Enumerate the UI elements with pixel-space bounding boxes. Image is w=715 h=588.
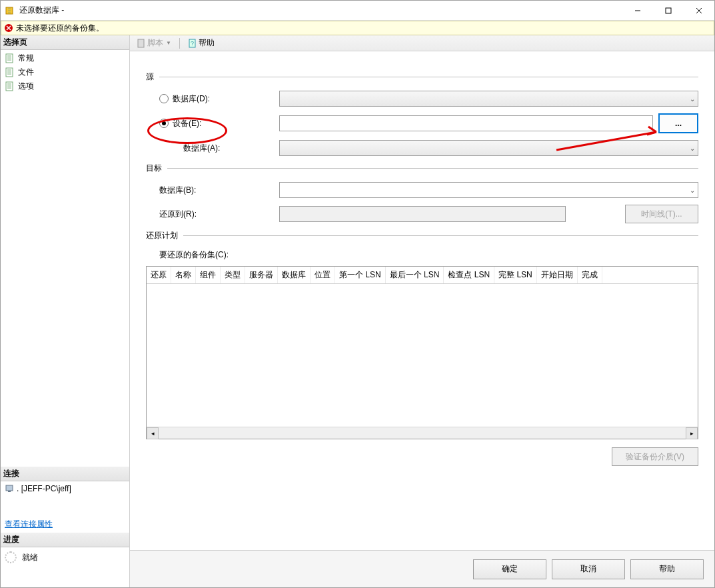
- timeline-button[interactable]: 时间线(T)...: [625, 205, 698, 223]
- help-icon: ?: [188, 39, 197, 48]
- table-column-header[interactable]: 名称: [171, 267, 196, 283]
- nav-label: 选项: [18, 81, 34, 92]
- help-button-footer[interactable]: 帮助: [630, 559, 704, 579]
- app-icon: [5, 5, 15, 16]
- table-column-header[interactable]: 第一个 LSN: [335, 267, 386, 283]
- device-database-label: 数据库(A):: [183, 143, 220, 154]
- view-connection-properties-link[interactable]: 查看连接属性: [1, 516, 129, 533]
- svg-rect-8: [138, 39, 144, 47]
- device-path-input[interactable]: [279, 115, 653, 131]
- script-button[interactable]: 脚本 ▼: [134, 36, 174, 50]
- chevron-down-icon: ⌄: [690, 95, 695, 103]
- chevron-down-icon: ⌄: [690, 145, 695, 152]
- help-button[interactable]: ? 帮助: [185, 36, 217, 50]
- page-icon: [5, 81, 15, 92]
- select-page-header: 选择页: [1, 35, 129, 50]
- window-title: 还原数据库 -: [19, 5, 622, 16]
- dialog-footer: 确定 取消 帮助: [130, 550, 714, 587]
- horizontal-scrollbar[interactable]: ◂ ▸: [147, 427, 698, 439]
- progress-status: 就绪: [1, 547, 129, 567]
- verify-media-button[interactable]: 验证备份介质(V): [612, 447, 698, 466]
- maximize-button[interactable]: [653, 1, 684, 21]
- target-database-label: 数据库(B):: [159, 185, 196, 196]
- error-icon: [4, 23, 13, 33]
- nav-label: 常规: [18, 53, 34, 64]
- table-column-header[interactable]: 完成: [578, 267, 602, 283]
- toolbar: 脚本 ▼ ? 帮助: [130, 35, 714, 51]
- table-column-header[interactable]: 位置: [311, 267, 335, 283]
- source-database-combo[interactable]: ⌄: [279, 91, 698, 107]
- backup-sets-label: 要还原的备份集(C):: [159, 250, 229, 259]
- svg-rect-7: [8, 491, 11, 492]
- source-database-radio[interactable]: [159, 94, 169, 103]
- table-column-header[interactable]: 最后一个 LSN: [386, 267, 444, 283]
- device-database-combo[interactable]: ⌄: [279, 140, 698, 156]
- target-section-header: 目标: [146, 163, 698, 174]
- table-body: [147, 284, 698, 427]
- plan-section-header: 还原计划: [146, 230, 698, 241]
- table-column-header[interactable]: 类型: [221, 267, 245, 283]
- browse-device-button[interactable]: ...: [658, 113, 698, 133]
- title-bar: 还原数据库 -: [1, 1, 714, 21]
- minimize-button[interactable]: [622, 1, 653, 21]
- warning-text: 未选择要还原的备份集。: [16, 23, 104, 34]
- page-icon: [5, 67, 15, 78]
- page-icon: [5, 53, 15, 64]
- restore-to-input: [279, 206, 566, 222]
- connection-header: 连接: [1, 467, 129, 481]
- progress-header: 进度: [1, 533, 129, 547]
- nav-item-general[interactable]: 常规: [1, 51, 129, 65]
- svg-rect-1: [666, 8, 671, 13]
- close-button[interactable]: [684, 1, 714, 21]
- source-database-label: 数据库(D):: [173, 93, 210, 105]
- connection-value: . [JEFF-PC\jeff]: [1, 481, 129, 496]
- table-column-header[interactable]: 组件: [196, 267, 221, 283]
- chevron-down-icon: ▼: [166, 40, 171, 46]
- left-panel: 选择页 常规 文件 选项 连接 . [JEFF-PC\jeff]: [1, 35, 130, 587]
- script-icon: [137, 39, 146, 48]
- toolbar-separator: [179, 38, 180, 49]
- table-column-header[interactable]: 开始日期: [537, 267, 578, 283]
- window-controls: [622, 1, 714, 21]
- source-device-radio[interactable]: [159, 119, 169, 128]
- scroll-left-button[interactable]: ◂: [147, 427, 159, 439]
- nav-label: 文件: [18, 67, 34, 78]
- warning-bar: 未选择要还原的备份集。: [1, 21, 714, 35]
- table-column-header[interactable]: 数据库: [278, 267, 311, 283]
- scroll-right-button[interactable]: ▸: [686, 427, 698, 439]
- svg-text:?: ?: [191, 40, 194, 47]
- nav-item-options[interactable]: 选项: [1, 79, 129, 93]
- cancel-button[interactable]: 取消: [552, 559, 625, 579]
- nav-item-files[interactable]: 文件: [1, 65, 129, 79]
- main-panel: 脚本 ▼ ? 帮助 源 数据库(D):: [130, 35, 714, 587]
- target-database-combo[interactable]: ⌄: [279, 182, 698, 198]
- table-column-header[interactable]: 检查点 LSN: [444, 267, 494, 283]
- source-section-header: 源: [146, 71, 698, 83]
- table-column-header[interactable]: 还原: [147, 267, 171, 283]
- table-column-header[interactable]: 完整 LSN: [494, 267, 537, 283]
- restore-to-label: 还原到(R):: [159, 209, 197, 220]
- chevron-down-icon: ⌄: [690, 187, 695, 194]
- backup-sets-table: 还原名称组件类型服务器数据库位置第一个 LSN最后一个 LSN检查点 LSN完整…: [146, 266, 698, 439]
- svg-rect-6: [6, 485, 13, 491]
- server-icon: [5, 484, 14, 493]
- ok-button[interactable]: 确定: [473, 559, 546, 579]
- spinner-icon: [5, 551, 17, 563]
- progress-status-text: 就绪: [22, 552, 38, 563]
- source-device-label: 设备(E):: [173, 118, 201, 129]
- table-column-header[interactable]: 服务器: [245, 267, 278, 283]
